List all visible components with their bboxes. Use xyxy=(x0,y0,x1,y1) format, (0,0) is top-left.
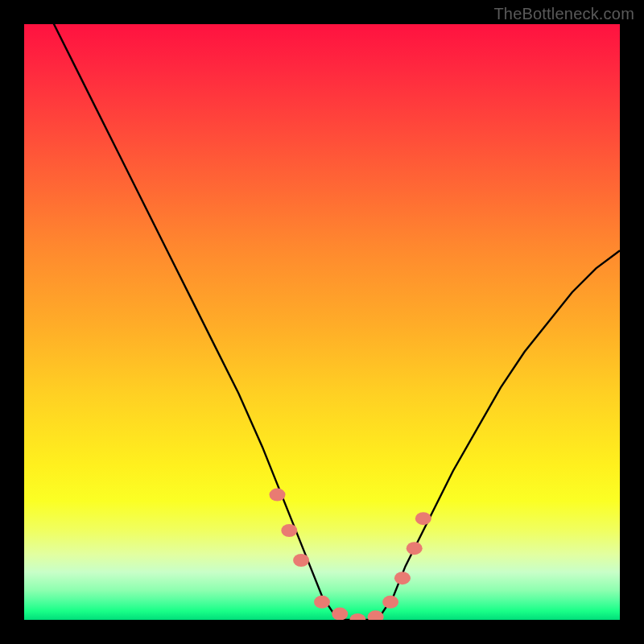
curve-marker xyxy=(415,512,431,525)
bottleneck-curve xyxy=(24,24,620,620)
curve-marker xyxy=(314,596,330,609)
curve-marker xyxy=(270,489,286,502)
curve-marker xyxy=(368,610,384,620)
curve-marker xyxy=(349,613,365,620)
curve-marker xyxy=(407,542,423,555)
curve-marker xyxy=(394,572,411,584)
marker-group xyxy=(270,489,431,620)
curve-marker xyxy=(382,596,398,609)
chart-frame: TheBottleneck.com xyxy=(0,0,644,644)
curve-layer xyxy=(24,24,620,620)
curve-marker xyxy=(281,524,297,537)
plot-area xyxy=(24,24,620,620)
curve-marker xyxy=(332,608,348,620)
watermark-text: TheBottleneck.com xyxy=(493,5,634,23)
curve-marker xyxy=(293,554,309,567)
